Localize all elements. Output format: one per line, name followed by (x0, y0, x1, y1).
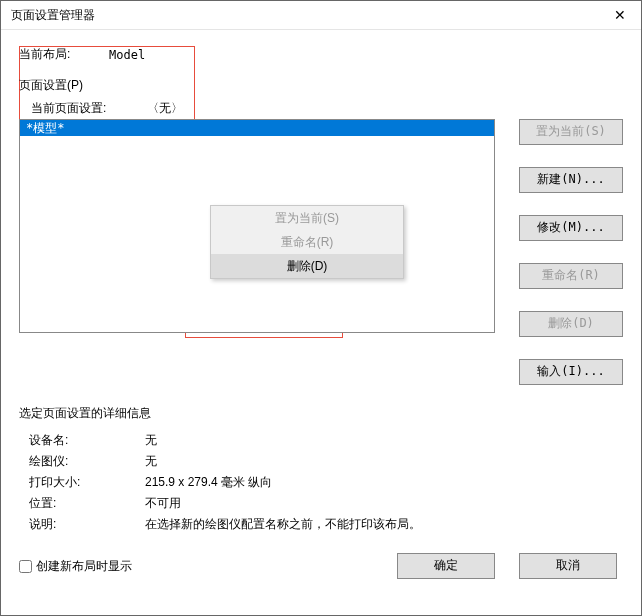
set-current-button[interactable]: 置为当前(S) (519, 119, 623, 145)
current-layout-row: 当前布局: Model (19, 46, 623, 63)
ok-button[interactable]: 确定 (397, 553, 495, 579)
detail-plotter-value: 无 (145, 451, 421, 472)
footer-actions: 确定 取消 (397, 553, 617, 579)
context-menu-rename[interactable]: 重命名(R) (211, 230, 403, 254)
detail-size-label: 打印大小: (29, 472, 145, 493)
context-menu-set-current[interactable]: 置为当前(S) (211, 206, 403, 230)
dialog-window: 页面设置管理器 ✕ 当前布局: Model 页面设置(P) 当前页面设置: 〈无… (0, 0, 642, 616)
side-buttons: 置为当前(S) 新建(N)... 修改(M)... 重命名(R) 删除(D) 输… (495, 119, 623, 385)
dialog-footer: 创建新布局时显示 确定 取消 (19, 553, 623, 579)
details-title: 选定页面设置的详细信息 (19, 405, 623, 422)
details-table: 设备名: 无 绘图仪: 无 打印大小: 215.9 x 279.4 毫米 纵向 … (29, 430, 421, 535)
titlebar: 页面设置管理器 ✕ (1, 1, 641, 30)
detail-plotter-label: 绘图仪: (29, 451, 145, 472)
dialog-body: 当前布局: Model 页面设置(P) 当前页面设置: 〈无〉 *模型* 置为当… (1, 30, 641, 615)
rename-button[interactable]: 重命名(R) (519, 263, 623, 289)
detail-row-desc: 说明: 在选择新的绘图仪配置名称之前，不能打印该布局。 (29, 514, 421, 535)
modify-button[interactable]: 修改(M)... (519, 215, 623, 241)
detail-location-value: 不可用 (145, 493, 421, 514)
detail-row-size: 打印大小: 215.9 x 279.4 毫米 纵向 (29, 472, 421, 493)
list-item[interactable]: *模型* (20, 120, 494, 136)
detail-device-label: 设备名: (29, 430, 145, 451)
current-page-setup-row: 当前页面设置: 〈无〉 (19, 100, 623, 117)
show-on-new-layout-input[interactable] (19, 560, 32, 573)
current-page-setup-label: 当前页面设置: (31, 100, 147, 117)
window-title: 页面设置管理器 (11, 7, 605, 24)
import-button[interactable]: 输入(I)... (519, 359, 623, 385)
context-menu-delete[interactable]: 删除(D) (211, 254, 403, 278)
detail-device-value: 无 (145, 430, 421, 451)
detail-desc-value: 在选择新的绘图仪配置名称之前，不能打印该布局。 (145, 514, 421, 535)
current-layout-label: 当前布局: (19, 46, 109, 63)
current-page-setup-value: 〈无〉 (147, 100, 183, 117)
new-button[interactable]: 新建(N)... (519, 167, 623, 193)
detail-row-location: 位置: 不可用 (29, 493, 421, 514)
detail-row-plotter: 绘图仪: 无 (29, 451, 421, 472)
show-on-new-layout-label: 创建新布局时显示 (36, 558, 132, 575)
list-and-buttons: *模型* 置为当前(S) 重命名(R) 删除(D) 置为当前(S) 新建(N).… (19, 119, 623, 385)
delete-button[interactable]: 删除(D) (519, 311, 623, 337)
detail-location-label: 位置: (29, 493, 145, 514)
cancel-button[interactable]: 取消 (519, 553, 617, 579)
page-setup-legend: 页面设置(P) (19, 77, 83, 94)
details-block: 选定页面设置的详细信息 设备名: 无 绘图仪: 无 打印大小: 215.9 x … (19, 405, 623, 535)
page-setup-listbox[interactable]: *模型* 置为当前(S) 重命名(R) 删除(D) (19, 119, 495, 333)
detail-size-value: 215.9 x 279.4 毫米 纵向 (145, 472, 421, 493)
show-on-new-layout-checkbox[interactable]: 创建新布局时显示 (19, 558, 397, 575)
detail-desc-label: 说明: (29, 514, 145, 535)
detail-row-device: 设备名: 无 (29, 430, 421, 451)
context-menu: 置为当前(S) 重命名(R) 删除(D) (210, 205, 404, 279)
page-setup-group: 页面设置(P) 当前页面设置: 〈无〉 *模型* 置为当前(S) 重命名(R) … (19, 77, 623, 385)
current-layout-value: Model (109, 48, 145, 62)
close-icon[interactable]: ✕ (605, 5, 635, 25)
